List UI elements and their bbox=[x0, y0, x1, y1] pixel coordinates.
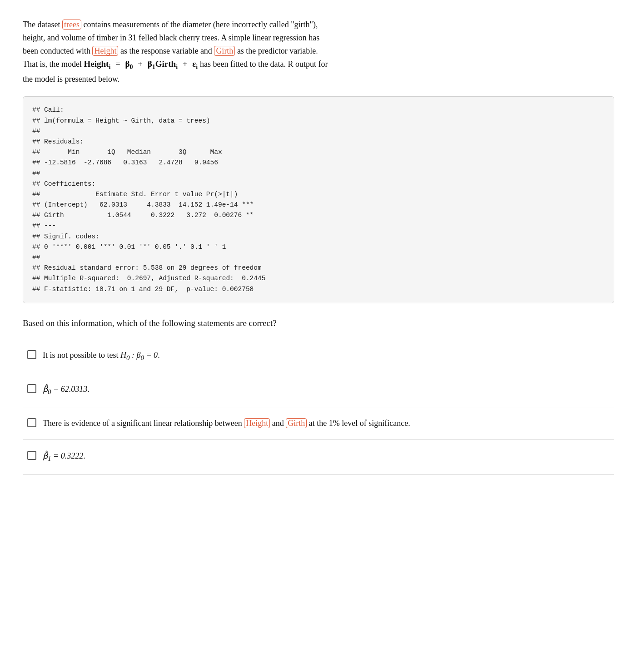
option-2-item: β̂0 = 62.0313. bbox=[23, 373, 614, 407]
option-2-math: β̂0 = 62.0313 bbox=[43, 385, 87, 394]
option-1-item: It is not possible to test H0 : β0 = 0. bbox=[23, 339, 614, 373]
page-content: The dataset trees contains measurements … bbox=[23, 18, 614, 474]
options-list: It is not possible to test H0 : β0 = 0. … bbox=[23, 339, 614, 474]
option-4-item: β̂1 = 0.3222. bbox=[23, 440, 614, 474]
option-4-checkbox[interactable] bbox=[27, 451, 36, 460]
height-tag: Height bbox=[92, 46, 118, 56]
option-3-item: There is evidence of a significant linea… bbox=[23, 407, 614, 440]
option-3-checkbox[interactable] bbox=[27, 418, 36, 427]
option-3-height-tag: Height bbox=[244, 418, 270, 428]
option-1-checkbox[interactable] bbox=[27, 350, 36, 359]
question-text: Based on this information, which of the … bbox=[23, 317, 614, 330]
option-2-text: β̂0 = 62.0313. bbox=[43, 383, 610, 397]
option-2-checkbox[interactable] bbox=[27, 384, 36, 393]
intro-paragraph: The dataset trees contains measurements … bbox=[23, 18, 614, 85]
option-1-math: H0 : β0 = 0 bbox=[120, 351, 158, 360]
girth-tag: Girth bbox=[214, 46, 235, 56]
trees-tag: trees bbox=[62, 20, 81, 30]
option-4-text: β̂1 = 0.3222. bbox=[43, 450, 610, 464]
option-3-text: There is evidence of a significant linea… bbox=[43, 417, 610, 430]
model-formula: Heighti = β0 + β1Girthi + εi bbox=[84, 59, 200, 69]
option-3-girth-tag: Girth bbox=[286, 418, 307, 428]
option-1-text: It is not possible to test H0 : β0 = 0. bbox=[43, 349, 610, 363]
r-output-block: ## Call: ## lm(formula = Height ~ Girth,… bbox=[23, 96, 614, 303]
option-4-math: β̂1 = 0.3222 bbox=[43, 451, 83, 460]
